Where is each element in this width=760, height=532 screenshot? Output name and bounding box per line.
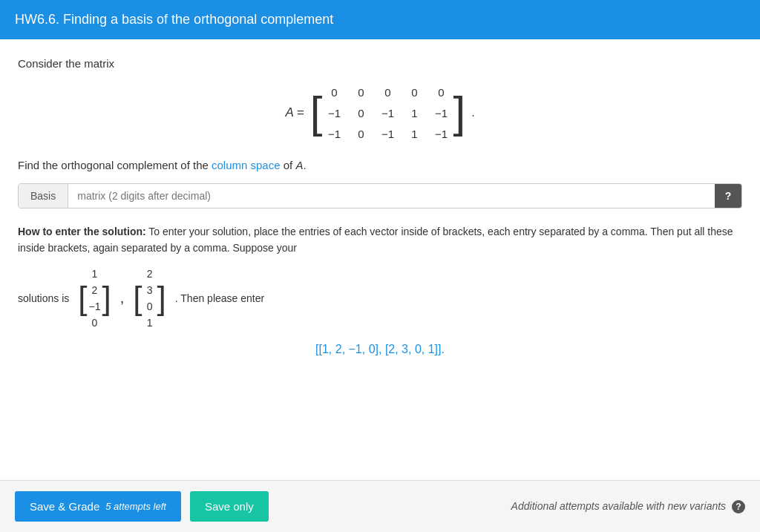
- instructions-text: How to enter the solution: To enter your…: [18, 223, 742, 257]
- vec2-r3: 1: [147, 317, 153, 329]
- cell-r1c1: 0: [358, 107, 364, 119]
- vec2-bracket-right: ]: [157, 282, 166, 315]
- additional-attempts-text: Additional attempts available with new v…: [511, 500, 745, 513]
- vectors-comma: ,: [120, 289, 125, 306]
- cell-r0c3: 0: [411, 86, 417, 99]
- bracket-right: ]: [453, 91, 465, 135]
- matrix-display: A = [ 0 0 0 0 0 −1 0 −1 1 −1 −1 0: [18, 82, 742, 144]
- help-icon: ?: [725, 190, 732, 202]
- cell-r0c0: 0: [331, 86, 337, 99]
- then-enter-text: . Then please enter: [175, 292, 264, 304]
- matrix-period: .: [471, 106, 474, 119]
- basis-label: Basis: [30, 190, 56, 202]
- cell-r2c0: −1: [328, 128, 341, 140]
- matrix-equation: A = [ 0 0 0 0 0 −1 0 −1 1 −1 −1 0: [285, 82, 474, 144]
- save-only-label: Save only: [205, 500, 254, 513]
- vec1-grid: 1 2 −1 0: [88, 266, 102, 331]
- vec1-bracket-right: ]: [102, 282, 111, 315]
- cell-r2c2: −1: [381, 128, 394, 140]
- cell-r2c3: 1: [411, 128, 417, 140]
- vec1-bracket-left: [: [78, 282, 87, 315]
- cell-r0c4: 0: [438, 86, 444, 99]
- vec1-r3: 0: [92, 317, 98, 329]
- vec2-r1: 3: [147, 284, 153, 296]
- cell-r2c4: −1: [435, 128, 448, 140]
- header-title: HW6.6. Finding a basis of the orthogonal…: [15, 12, 333, 27]
- attempts-label: 5 attempts left: [105, 501, 166, 512]
- save-grade-button[interactable]: Save & Grade 5 attempts left: [15, 491, 181, 522]
- help-button[interactable]: ?: [715, 184, 741, 208]
- matrix-input-field[interactable]: [68, 184, 715, 208]
- instructions-bold: How to enter the solution:: [18, 226, 146, 237]
- vec2-r2: 0: [147, 301, 153, 312]
- vec2-grid: 2 3 0 1: [142, 266, 157, 331]
- vec1-r1: 2: [92, 284, 98, 296]
- cell-r1c2: −1: [381, 107, 394, 119]
- vec1-r2: −1: [89, 301, 101, 312]
- example-formula: [[1, 2, −1, 0], [2, 3, 0, 1]].: [18, 343, 742, 356]
- cell-r1c4: −1: [435, 107, 448, 119]
- vec2-r0: 2: [147, 268, 153, 280]
- cell-r1c0: −1: [328, 107, 341, 119]
- find-orthogonal-text: Find the orthogonal complement of the co…: [18, 159, 742, 171]
- consider-text: Consider the matrix: [18, 57, 742, 70]
- additional-text-label: Additional attempts available with new v…: [511, 500, 727, 512]
- cell-r2c1: 0: [358, 128, 364, 140]
- basis-tab: Basis: [19, 184, 68, 208]
- page-header: HW6.6. Finding a basis of the orthogonal…: [0, 0, 760, 39]
- vector-1: [ 1 2 −1 0 ]: [78, 266, 111, 331]
- cell-r0c2: 0: [384, 86, 390, 99]
- cell-r0c1: 0: [358, 86, 364, 99]
- cell-r1c3: 1: [411, 107, 417, 119]
- bracket-left: [: [310, 91, 323, 135]
- main-content: Consider the matrix A = [ 0 0 0 0 0 −1 0…: [0, 39, 760, 356]
- footer: Save & Grade 5 attempts left Save only A…: [0, 480, 760, 532]
- save-grade-label: Save & Grade: [30, 500, 99, 513]
- vec2-bracket-left: [: [133, 282, 142, 315]
- solutions-label: solutions is: [18, 292, 69, 304]
- matrix-bracket: [ 0 0 0 0 0 −1 0 −1 1 −1 −1 0 −1: [310, 82, 465, 144]
- matrix-grid: 0 0 0 0 0 −1 0 −1 1 −1 −1 0 −1 1 −1: [322, 82, 453, 144]
- column-space-text: column space: [212, 159, 281, 171]
- answer-input-row: Basis ?: [18, 183, 742, 208]
- additional-help-icon[interactable]: ?: [732, 500, 745, 513]
- vec1-r0: 1: [92, 268, 98, 280]
- vector-2: [ 2 3 0 1 ]: [133, 266, 166, 331]
- matrix-label: A =: [285, 105, 304, 120]
- matrix-a-ref: A: [295, 159, 303, 171]
- save-only-button[interactable]: Save only: [190, 491, 269, 522]
- solutions-row: solutions is [ 1 2 −1 0 ] , [ 2 3 0 1 ]: [18, 266, 742, 331]
- example-text: [[1, 2, −1, 0], [2, 3, 0, 1]].: [315, 343, 445, 355]
